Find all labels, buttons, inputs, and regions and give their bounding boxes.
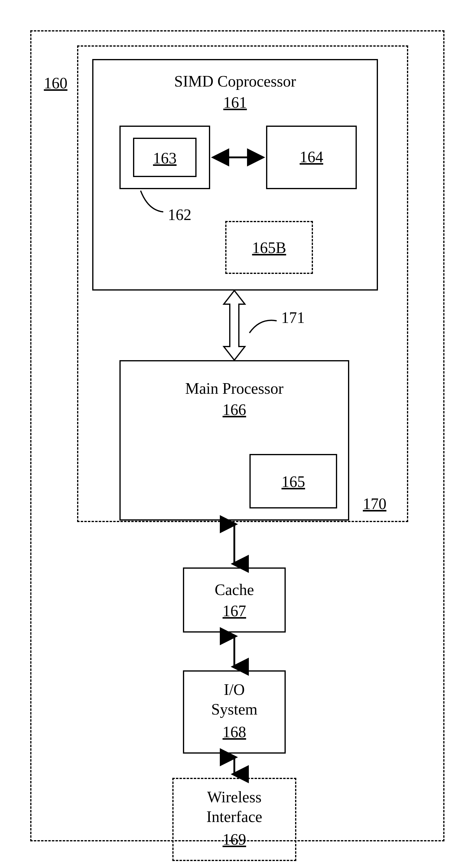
arrow-cache-io: [227, 632, 242, 670]
register-file-ref: 164: [300, 148, 323, 165]
arrow-exec-regfile: [210, 150, 266, 165]
optional-decoder-ref: 165B: [252, 239, 286, 256]
cache-box: Cache 167: [183, 567, 286, 632]
wireless-interface-title2: Interface: [206, 808, 262, 825]
register-file-box: 164: [266, 126, 357, 189]
optional-decoder-box: 165B: [225, 221, 313, 274]
arrow-main-cache: [227, 521, 242, 567]
decoder-box: 165: [250, 454, 337, 508]
instruction-set-box: 163: [133, 138, 197, 177]
io-system-title2: System: [211, 701, 257, 718]
main-processor-ref: 166: [223, 401, 246, 418]
arrow-io-wireless: [227, 753, 242, 778]
cache-title: Cache: [215, 581, 254, 598]
main-processor-title: Main Processor: [185, 380, 284, 397]
instruction-set-ref: 163: [153, 150, 176, 167]
io-system-ref: 168: [223, 723, 246, 741]
svg-marker-1: [224, 290, 245, 360]
decoder-ref: 165: [282, 473, 305, 490]
wireless-interface-box: Wireless Interface 169: [172, 778, 296, 861]
callout-leader-171: [248, 316, 281, 340]
simd-title: SIMD Coprocessor: [93, 72, 377, 90]
diagram-canvas: 160 170 SIMD Coprocessor 161 163 162 164: [0, 0, 462, 868]
wireless-interface-title1: Wireless: [207, 788, 262, 806]
execution-unit-ref: 162: [168, 206, 191, 224]
cache-ref: 167: [223, 602, 246, 620]
wireless-interface-ref: 169: [223, 831, 246, 848]
coprocessor-bus-arrow: [221, 290, 248, 360]
outer-system-ref: 160: [44, 74, 67, 92]
io-system-box: I/O System 168: [183, 670, 286, 753]
coprocessor-bus-ref: 171: [281, 309, 305, 327]
io-system-title1: I/O: [224, 681, 244, 698]
processing-core-ref: 170: [363, 495, 387, 513]
simd-ref: 161: [93, 94, 377, 112]
